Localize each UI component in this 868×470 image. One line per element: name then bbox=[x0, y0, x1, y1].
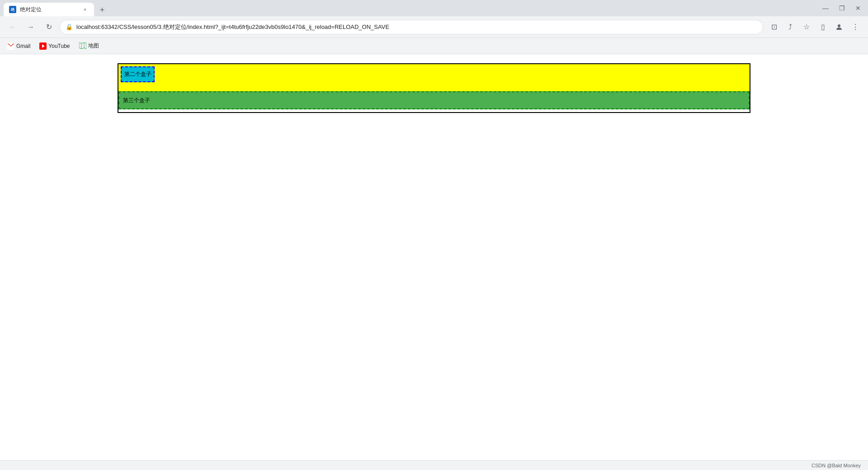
youtube-favicon bbox=[39, 42, 47, 50]
forward-icon: → bbox=[27, 23, 34, 31]
bookmark-maps[interactable]: 地图 bbox=[75, 40, 103, 52]
back-button[interactable]: ← bbox=[5, 20, 20, 34]
status-bar: CSDN @Bald Monkey bbox=[0, 460, 868, 470]
bookmark-youtube[interactable]: YouTube bbox=[36, 41, 73, 52]
gmail-favicon bbox=[7, 42, 14, 50]
title-bar: 绝 绝对定位 × + — ❐ ✕ bbox=[0, 0, 868, 16]
reload-icon: ↻ bbox=[46, 23, 52, 31]
gmail-label: Gmail bbox=[16, 43, 30, 49]
watermark-text: CSDN @Bald Monkey bbox=[811, 463, 861, 468]
screenshot-icon[interactable]: ⊡ bbox=[767, 20, 781, 34]
url-text: localhost:63342/CSS/lesson05/3.绝对定位/inde… bbox=[76, 23, 757, 31]
minimize-button[interactable]: — bbox=[819, 2, 832, 14]
page-content: 第二个盒子 第三个盒子 bbox=[0, 54, 868, 460]
box-green: 第三个盒子 bbox=[118, 91, 750, 109]
share-icon[interactable]: ⤴ bbox=[783, 20, 797, 34]
svg-marker-4 bbox=[79, 42, 86, 49]
svg-point-0 bbox=[838, 24, 840, 27]
address-bar: ← → ↻ 🔒 localhost:63342/CSS/lesson05/3.绝… bbox=[0, 16, 868, 38]
menu-icon[interactable]: ⋮ bbox=[848, 20, 863, 34]
window-controls: — ❐ ✕ bbox=[819, 2, 864, 14]
new-tab-button[interactable]: + bbox=[96, 4, 108, 16]
outer-box: 第二个盒子 第三个盒子 bbox=[118, 63, 750, 113]
sidebar-icon[interactable]: ▯ bbox=[816, 20, 830, 34]
toolbar-icons: ⊡ ⤴ ☆ ▯ ⋮ bbox=[767, 20, 863, 34]
bookmarks-bar: Gmail YouTube 地图 bbox=[0, 38, 868, 54]
browser-window: 绝 绝对定位 × + — ❐ ✕ ← → ↻ 🔒 localhost:63342… bbox=[0, 0, 868, 470]
box2-label: 第二个盒子 bbox=[124, 70, 151, 78]
restore-button[interactable]: ❐ bbox=[835, 2, 848, 14]
security-icon: 🔒 bbox=[66, 24, 73, 30]
box3-label: 第三个盒子 bbox=[123, 97, 150, 104]
maps-favicon bbox=[79, 42, 86, 50]
back-icon: ← bbox=[9, 23, 16, 31]
tab-close-button[interactable]: × bbox=[81, 6, 89, 13]
tab-title: 绝对定位 bbox=[20, 6, 78, 14]
box-blue: 第二个盒子 bbox=[121, 66, 155, 82]
tab-bar: 绝 绝对定位 × + bbox=[4, 0, 816, 16]
box-yellow: 第二个盒子 bbox=[118, 64, 750, 91]
bookmark-gmail[interactable]: Gmail bbox=[4, 41, 34, 52]
reload-button[interactable]: ↻ bbox=[42, 20, 56, 34]
forward-button[interactable]: → bbox=[24, 20, 38, 34]
bookmark-icon[interactable]: ☆ bbox=[799, 20, 814, 34]
youtube-label: YouTube bbox=[48, 43, 70, 49]
active-tab[interactable]: 绝 绝对定位 × bbox=[4, 3, 94, 16]
tab-favicon: 绝 bbox=[9, 6, 16, 13]
close-button[interactable]: ✕ bbox=[852, 2, 864, 14]
maps-label: 地图 bbox=[88, 42, 99, 50]
url-bar[interactable]: 🔒 localhost:63342/CSS/lesson05/3.绝对定位/in… bbox=[60, 20, 763, 34]
profile-icon[interactable] bbox=[832, 20, 846, 34]
